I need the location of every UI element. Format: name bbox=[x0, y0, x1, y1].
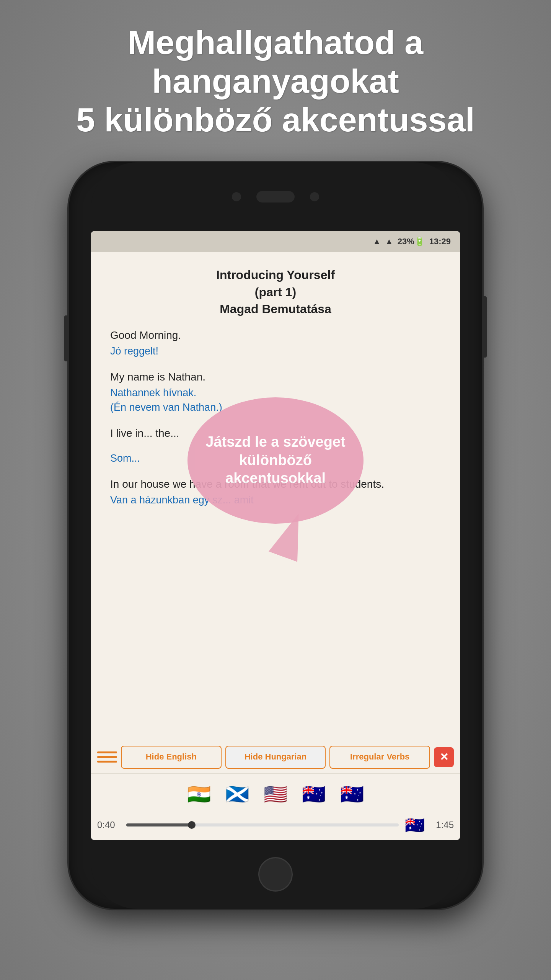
total-time: 1:45 bbox=[431, 820, 454, 830]
menu-line-1 bbox=[97, 751, 117, 753]
flag-scotland[interactable]: 🏴󠁧󠁢󠁳󠁣󠁴󠁿 bbox=[222, 779, 253, 810]
flag-australia-hungary[interactable]: 🇦🇺 bbox=[337, 779, 367, 810]
content-area: Introducing Yourself (part 1) Magad Bemu… bbox=[91, 252, 460, 741]
hide-hungarian-button[interactable]: Hide Hungarian bbox=[225, 746, 326, 769]
lesson-title-line1: Introducing Yourself bbox=[110, 267, 441, 283]
time-text: 13:29 bbox=[429, 237, 451, 247]
close-button[interactable]: ✕ bbox=[434, 747, 454, 767]
bottom-controls: Hide English Hide Hungarian Irregular Ve… bbox=[91, 741, 460, 840]
power-button bbox=[482, 296, 487, 358]
battery-text: 23%🔋 bbox=[398, 237, 425, 247]
tooltip-bubble: Játszd le a szöveget különböző akcentuso… bbox=[187, 397, 364, 524]
home-button[interactable] bbox=[258, 857, 293, 892]
close-icon: ✕ bbox=[440, 751, 448, 763]
irregular-verbs-button[interactable]: Irregular Verbs bbox=[329, 746, 430, 769]
lesson-title-line2: (part 1) bbox=[110, 284, 441, 301]
english-line-2: My name is Nathan. bbox=[110, 369, 441, 384]
speaker bbox=[256, 191, 295, 203]
wifi-icon: ▲ bbox=[373, 237, 381, 246]
header-text: Meghallgathatod a hanganyagokat 5 különb… bbox=[46, 23, 505, 139]
phone-shell: ▲ ▲ 23%🔋 13:29 Introducing Yourself (par… bbox=[69, 162, 482, 909]
phone-bottom-bar bbox=[91, 840, 460, 909]
phone-device: ▲ ▲ 23%🔋 13:29 Introducing Yourself (par… bbox=[69, 162, 482, 909]
progress-fill bbox=[126, 823, 192, 826]
sensor bbox=[310, 192, 319, 201]
flag-australia[interactable]: 🇦🇺 bbox=[298, 779, 329, 810]
hide-english-button[interactable]: Hide English bbox=[121, 746, 222, 769]
selected-flag-indicator: 🇦🇺 bbox=[405, 816, 425, 835]
english-line-1: Good Morning. bbox=[110, 328, 441, 343]
menu-line-2 bbox=[97, 756, 117, 758]
header-line2: hanganyagokat bbox=[76, 62, 475, 100]
phone-screen: ▲ ▲ 23%🔋 13:29 Introducing Yourself (par… bbox=[91, 231, 460, 840]
flag-india[interactable]: 🇮🇳 bbox=[184, 779, 214, 810]
progress-thumb[interactable] bbox=[188, 821, 196, 829]
phone-top-bar bbox=[91, 162, 460, 231]
control-buttons-row: Hide English Hide Hungarian Irregular Ve… bbox=[91, 741, 460, 774]
hungarian-line-1: Jó reggelt! bbox=[110, 344, 441, 359]
flag-usa[interactable]: 🇺🇸 bbox=[260, 779, 291, 810]
menu-button[interactable] bbox=[97, 747, 117, 767]
front-camera bbox=[232, 192, 241, 201]
status-bar: ▲ ▲ 23%🔋 13:29 bbox=[91, 231, 460, 252]
signal-icon: ▲ bbox=[385, 237, 393, 246]
flag-row: 🇮🇳 🏴󠁧󠁢󠁳󠁣󠁴󠁿 🇺🇸 🇦🇺 🇦🇺 bbox=[91, 774, 460, 813]
current-time: 0:40 bbox=[97, 820, 120, 830]
header-line3: 5 különböző akcentussal bbox=[76, 100, 475, 139]
dialogue-1: Good Morning. Jó reggelt! bbox=[110, 328, 441, 359]
volume-button bbox=[64, 315, 69, 361]
progress-bar[interactable] bbox=[126, 823, 399, 826]
lesson-subtitle: Magad Bemutatása bbox=[110, 302, 441, 316]
progress-row: 0:40 🇦🇺 1:45 bbox=[91, 813, 460, 840]
menu-line-3 bbox=[97, 761, 117, 763]
header-line1: Meghallgathatod a bbox=[76, 23, 475, 62]
tooltip-text: Játszd le a szöveget különböző akcentuso… bbox=[187, 425, 364, 495]
